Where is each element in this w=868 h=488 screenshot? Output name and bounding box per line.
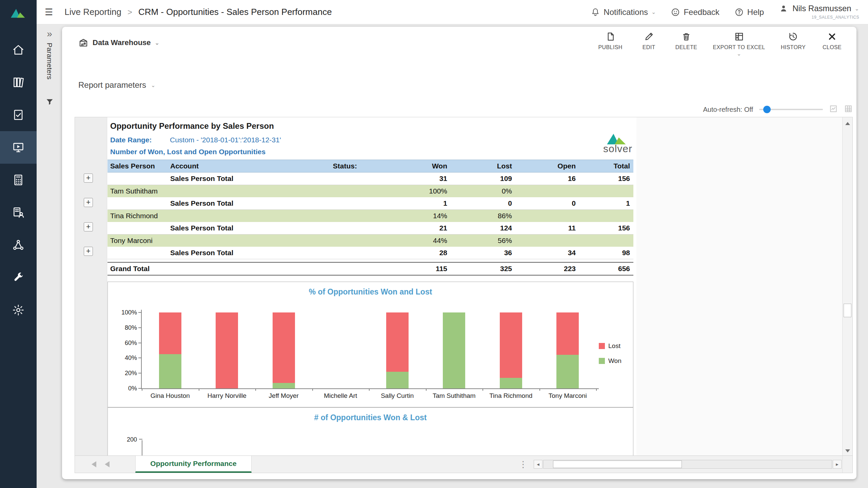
vertical-scroll-thumb[interactable] (844, 304, 851, 317)
sidebar-item-home[interactable] (0, 34, 37, 66)
table-cell (167, 235, 311, 247)
table-cell (515, 185, 579, 197)
settings-gear-icon (12, 304, 25, 317)
bell-icon (591, 7, 600, 17)
filter-icon[interactable] (45, 97, 54, 108)
expand-row-button[interactable]: + (84, 198, 93, 207)
sidebar-item-library[interactable] (0, 66, 37, 99)
tab-drag-handle[interactable]: ⋮ (519, 459, 528, 470)
help-button[interactable]: Help (734, 7, 764, 17)
user-menu[interactable]: Nils Rasmussen ⌄ 19_Sales_Analytics (779, 4, 859, 20)
table-cell (515, 235, 579, 247)
x-axis (141, 388, 599, 389)
table-cell: 34 (515, 247, 579, 259)
report-date-range: Date Range:Custom - '2018-01-01':'2018-1… (110, 136, 281, 144)
expand-row-button[interactable]: + (84, 222, 93, 231)
auto-refresh-slider[interactable] (759, 109, 823, 110)
publish-button[interactable]: PUBLISH (598, 32, 623, 57)
history-button[interactable]: HISTORY (781, 32, 806, 57)
edit-button[interactable]: EDIT (638, 32, 660, 57)
x-tick (482, 388, 483, 391)
y-tick-label: 0% (108, 384, 137, 392)
report-parameters-toggle[interactable]: Report parameters ⌄ (78, 80, 156, 90)
table-cell (515, 210, 579, 222)
table-cell: 14% (360, 210, 451, 222)
user-tenant: 19_Sales_Analytics (812, 14, 859, 20)
sidebar-item-report-viewer[interactable] (0, 131, 37, 164)
warehouse-icon (78, 38, 88, 48)
parameters-label[interactable]: Parameters (45, 43, 54, 80)
checklist-icon (12, 108, 25, 121)
expand-row-button[interactable]: + (84, 174, 93, 183)
smiley-icon (671, 7, 680, 17)
bar-won-5 (443, 312, 465, 388)
y-tick-label: 80% (108, 324, 137, 332)
feedback-label: Feedback (684, 7, 719, 17)
close-button[interactable]: CLOSE (821, 32, 843, 57)
horizontal-scroll-thumb[interactable] (553, 461, 682, 468)
table-cell: 124 (451, 222, 515, 234)
export-to-excel-button[interactable]: EXPORT TO EXCEL ⌄ (713, 32, 765, 57)
y-tick (138, 327, 142, 328)
expand-row-button[interactable]: + (84, 247, 93, 256)
help-label: Help (747, 7, 764, 17)
scroll-up-button[interactable] (843, 117, 852, 127)
popout-chart-icon[interactable] (829, 104, 838, 115)
bar-lost-4 (386, 312, 409, 372)
delete-button[interactable]: DELETE (675, 32, 697, 57)
card-toolbar: Data Warehouse ⌄ PUBLISH EDIT DELETE EXP… (78, 32, 843, 57)
table-cell: Sales Person Total (167, 172, 311, 185)
prev-sheet-button[interactable] (102, 461, 110, 467)
table-cell (311, 263, 360, 275)
y-tick-label: 40% (108, 354, 137, 362)
menu-icon[interactable]: ☰ (45, 7, 53, 18)
sales-person-total-row: Sales Person Total3110916156 (107, 172, 633, 185)
x-tick (426, 388, 427, 391)
vertical-scrollbar[interactable] (842, 117, 852, 456)
table-cell: Sales Person Total (167, 222, 311, 234)
category-label: Gina Houston (142, 392, 199, 400)
auto-refresh-slider-thumb[interactable] (763, 106, 771, 113)
legend-item: Won (599, 357, 622, 365)
sidebar-item-assignments[interactable] (0, 196, 37, 229)
y-tick (139, 439, 142, 440)
chart-won-lost-count: # of Opportunities Won & Lost 200 (107, 407, 633, 455)
close-icon (827, 32, 837, 42)
action-label: CLOSE (823, 44, 842, 50)
sheet-tab-bar: Opportunity Performance ⋮ ◂ ▸ (75, 455, 843, 473)
y-tick (138, 358, 142, 358)
data-source-selector[interactable]: Data Warehouse ⌄ (78, 38, 159, 48)
column-header: Sales Person (107, 160, 167, 172)
sales-person-total-row: Sales Person Total2112411156 (107, 222, 633, 235)
y-axis (142, 440, 142, 455)
first-sheet-button[interactable] (88, 461, 96, 467)
bar-lost-7 (556, 312, 579, 355)
scroll-left-button[interactable]: ◂ (534, 460, 542, 469)
sidebar-item-calculator[interactable] (0, 164, 37, 196)
expand-parameters-button[interactable]: » (47, 29, 52, 39)
report-table: Sales PersonAccountStatus:WonLostOpenTot… (107, 160, 633, 276)
table-cell (311, 210, 360, 222)
sidebar-item-admin-tools[interactable] (0, 261, 37, 294)
category-label: Jeff Moyer (255, 392, 312, 400)
notifications-button[interactable]: Notifications ⌄ (591, 7, 656, 17)
grid-view-icon[interactable] (844, 104, 853, 115)
breadcrumb-live-reporting[interactable]: Live Reporting (64, 7, 121, 17)
horizontal-scrollbar[interactable]: ◂ ▸ (534, 459, 842, 469)
scroll-right-button[interactable]: ▸ (833, 460, 842, 469)
sidebar-item-tasks[interactable] (0, 99, 37, 131)
table-cell (107, 247, 167, 259)
horizontal-scroll-track[interactable] (543, 460, 832, 469)
table-cell: 115 (360, 263, 451, 275)
sidebar-item-settings[interactable] (0, 294, 37, 326)
feedback-button[interactable]: Feedback (671, 7, 719, 17)
action-label: EXPORT TO EXCEL (713, 44, 765, 50)
table-cell (107, 197, 167, 209)
app-logo[interactable] (0, 0, 37, 26)
scroll-down-button[interactable] (843, 446, 852, 456)
sheet-tab-opportunity-performance[interactable]: Opportunity Performance (135, 456, 252, 473)
date-range-label: Date Range: (110, 136, 170, 144)
action-label: DELETE (675, 44, 697, 50)
table-cell: Tam Suthitham (107, 185, 167, 197)
sidebar-item-workflow[interactable] (0, 229, 37, 261)
